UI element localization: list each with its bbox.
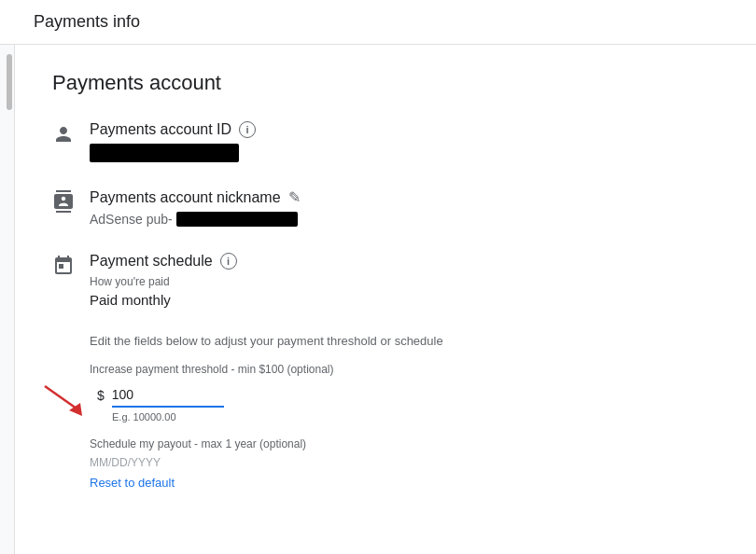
top-bar-title: Payments info — [34, 12, 140, 32]
threshold-hint: E.g. 10000.00 — [112, 411, 719, 422]
red-arrow-icon — [41, 382, 86, 416]
account-nickname-value: AdSense pub- — [90, 212, 719, 227]
svg-line-0 — [45, 386, 77, 409]
threshold-input-row: $ — [90, 383, 719, 408]
sidebar — [0, 45, 15, 554]
scrollbar-track[interactable] — [7, 45, 12, 554]
main-layout: Payments account Payments account ID i — [0, 45, 756, 554]
reset-default-link[interactable]: Reset to default — [90, 476, 175, 490]
schedule-section: Schedule my payout - max 1 year (optiona… — [90, 437, 719, 490]
account-id-value — [90, 144, 239, 162]
main-content: Payments account Payments account ID i — [15, 45, 756, 554]
payment-schedule-value: Paid monthly — [90, 292, 719, 308]
account-id-icon — [52, 123, 90, 148]
nickname-prefix: AdSense pub- — [90, 212, 173, 227]
payment-schedule-label-row: Payment schedule i — [90, 253, 719, 270]
account-nickname-field: Payments account nickname ✎ AdSense pub- — [52, 188, 719, 227]
top-bar: Payments info — [0, 0, 756, 45]
threshold-input[interactable] — [112, 383, 224, 408]
payment-schedule-sub: How you're paid — [90, 275, 719, 288]
dollar-sign: $ — [97, 388, 105, 403]
schedule-label: Schedule my payout - max 1 year (optiona… — [90, 437, 719, 450]
account-id-label-row: Payments account ID i — [90, 121, 719, 138]
account-id-label: Payments account ID — [90, 121, 231, 138]
account-id-field: Payments account ID i — [52, 121, 719, 162]
account-nickname-icon — [52, 190, 90, 215]
account-id-info-icon[interactable]: i — [239, 121, 256, 138]
scrollbar-thumb[interactable] — [7, 54, 12, 110]
account-id-content: Payments account ID i — [90, 121, 719, 162]
section-title: Payments account — [52, 71, 719, 95]
date-placeholder: MM/DD/YYYY — [90, 456, 719, 469]
account-nickname-edit-icon[interactable]: ✎ — [288, 188, 301, 206]
account-nickname-label: Payments account nickname — [90, 189, 281, 206]
payment-schedule-icon — [52, 255, 90, 280]
edit-section: Edit the fields below to adjust your pay… — [90, 334, 719, 490]
nickname-redacted — [176, 212, 298, 227]
threshold-section: Increase payment threshold - min $100 (o… — [90, 363, 719, 422]
account-nickname-content: Payments account nickname ✎ AdSense pub- — [90, 188, 719, 227]
edit-description: Edit the fields below to adjust your pay… — [90, 334, 719, 348]
payment-schedule-field: Payment schedule i How you're paid Paid … — [52, 253, 719, 308]
payment-schedule-label: Payment schedule — [90, 253, 213, 270]
payment-schedule-info-icon[interactable]: i — [220, 253, 237, 270]
payment-schedule-content: Payment schedule i How you're paid Paid … — [90, 253, 719, 308]
threshold-label: Increase payment threshold - min $100 (o… — [90, 363, 719, 376]
account-nickname-label-row: Payments account nickname ✎ — [90, 188, 719, 206]
